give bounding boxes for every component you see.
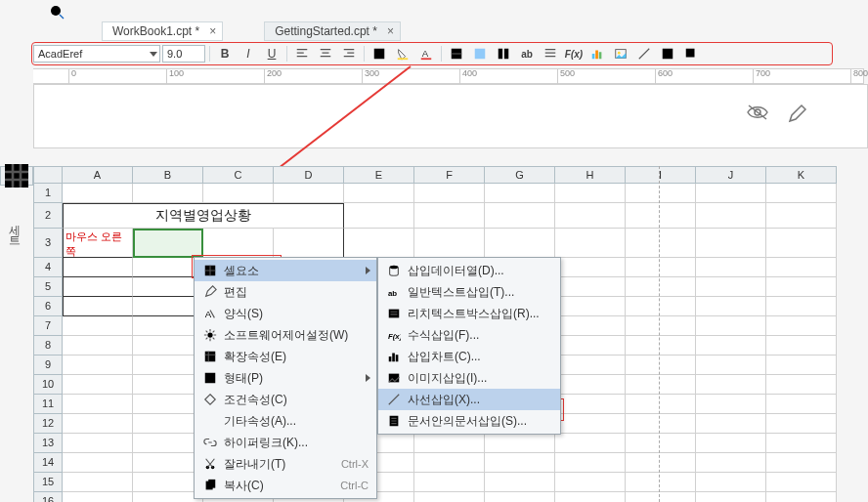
cell[interactable]	[63, 277, 133, 297]
cell[interactable]	[555, 316, 626, 336]
cell[interactable]	[555, 434, 626, 453]
cell[interactable]	[63, 316, 133, 336]
tab-workbook1[interactable]: WorkBook1.cpt * ×	[102, 21, 223, 41]
cell[interactable]	[696, 356, 766, 375]
visibility-icon[interactable]	[746, 103, 769, 125]
col-header[interactable]: J	[696, 166, 766, 184]
cell[interactable]	[626, 184, 696, 203]
col-header[interactable]: B	[133, 166, 203, 184]
row-header[interactable]: 10	[33, 375, 63, 395]
cell[interactable]	[766, 316, 837, 336]
cell[interactable]	[485, 492, 555, 502]
cell[interactable]	[63, 395, 133, 414]
row-header[interactable]: 12	[33, 414, 63, 434]
cell[interactable]	[766, 336, 837, 356]
split-button[interactable]	[493, 44, 514, 63]
cell[interactable]	[133, 184, 203, 203]
cell[interactable]	[626, 297, 696, 316]
cell[interactable]	[555, 375, 626, 395]
cell[interactable]	[555, 277, 626, 297]
sheet-corner[interactable]	[0, 166, 33, 186]
menu-item-소프트웨어제어설정W[interactable]: 소프트웨어제어설정(W)	[195, 324, 376, 346]
menu-item-이미지삽입I[interactable]: 이미지삽입(I)...	[378, 367, 560, 389]
col-header[interactable]: K	[766, 166, 837, 184]
menu-item-복사C[interactable]: 복사(C)Ctrl-C	[195, 475, 376, 496]
font-color-button[interactable]: A	[415, 44, 437, 63]
row-header[interactable]: 14	[33, 453, 63, 473]
cell[interactable]	[414, 184, 485, 203]
cell[interactable]	[696, 336, 766, 356]
font-size-select[interactable]: 9.0	[162, 45, 205, 63]
cell[interactable]	[696, 316, 766, 336]
tab-gettingstarted[interactable]: GettingStarted.cpt * ×	[264, 21, 401, 41]
row-header[interactable]: 16	[33, 492, 63, 502]
cell[interactable]	[63, 375, 133, 395]
cell[interactable]	[696, 277, 766, 297]
menu-item-기타속성A[interactable]: 기타속성(A)...	[195, 410, 376, 432]
row-header[interactable]: 13	[33, 434, 63, 453]
cell[interactable]	[766, 297, 837, 316]
cell[interactable]: 마우스 오른쪽 버튼클릭	[63, 229, 133, 258]
col-header[interactable]: C	[203, 166, 274, 184]
cell[interactable]	[696, 375, 766, 395]
col-header[interactable]: F	[414, 166, 485, 184]
cell[interactable]	[766, 184, 837, 203]
cell[interactable]	[626, 414, 696, 434]
fill-color-button[interactable]	[392, 44, 413, 63]
cell[interactable]	[274, 184, 344, 203]
cell[interactable]	[766, 203, 837, 229]
select-all-corner[interactable]	[33, 166, 63, 184]
cell[interactable]	[626, 453, 696, 473]
cell[interactable]	[766, 356, 837, 375]
cell[interactable]	[696, 492, 766, 502]
underline-button[interactable]: U	[261, 44, 282, 63]
cell[interactable]	[766, 473, 837, 492]
cell[interactable]	[626, 316, 696, 336]
menu-item-형태P[interactable]: 형태(P)	[195, 367, 376, 389]
menu-item-수식삽입F[interactable]: F(x)수식삽입(F)...	[378, 324, 560, 346]
cell[interactable]	[766, 258, 837, 277]
italic-button[interactable]: I	[238, 44, 259, 63]
cell[interactable]	[344, 229, 414, 258]
menu-item-조건속성C[interactable]: 조건속성(C)	[195, 389, 376, 410]
col-header[interactable]: I	[626, 166, 696, 184]
col-header[interactable]: E	[344, 166, 414, 184]
cell[interactable]	[63, 434, 133, 453]
cell[interactable]	[274, 229, 344, 258]
cell[interactable]	[766, 375, 837, 395]
cell[interactable]	[63, 356, 133, 375]
col-header[interactable]: D	[274, 166, 344, 184]
cell[interactable]	[63, 184, 133, 203]
cell[interactable]	[626, 229, 696, 258]
fx-button[interactable]: F(x)	[563, 44, 585, 63]
image-button[interactable]	[610, 44, 631, 63]
cell[interactable]	[485, 453, 555, 473]
cell[interactable]	[626, 336, 696, 356]
col-header[interactable]: A	[63, 166, 133, 184]
cell[interactable]	[344, 203, 414, 229]
pencil-icon[interactable]	[787, 103, 808, 127]
cell[interactable]	[414, 453, 485, 473]
menu-item-리치텍스트박스삽입R[interactable]: 리치텍스트박스삽입(R)...	[378, 303, 560, 324]
selected-cell[interactable]	[133, 229, 203, 258]
cell[interactable]	[555, 184, 626, 203]
chart-button[interactable]	[586, 44, 608, 63]
row-header[interactable]: 4	[33, 258, 63, 277]
align-center-button[interactable]	[315, 44, 336, 63]
menu-item-확장속성E[interactable]: 확장속성(E)	[195, 346, 376, 367]
cell[interactable]	[555, 492, 626, 502]
cell[interactable]	[485, 184, 555, 203]
row-header[interactable]: 3	[33, 229, 63, 258]
cell[interactable]	[344, 184, 414, 203]
menu-item-사선삽입X[interactable]: 사선삽입(X)...	[378, 389, 560, 410]
cell[interactable]	[63, 492, 133, 502]
align-button[interactable]	[540, 44, 561, 63]
menu-item-셀요소[interactable]: 셀요소	[195, 260, 376, 281]
close-icon[interactable]: ×	[387, 24, 394, 38]
cell[interactable]	[555, 395, 626, 414]
row-header[interactable]: 8	[33, 336, 63, 356]
cell[interactable]	[766, 395, 837, 414]
merge-button[interactable]	[446, 44, 467, 63]
cell[interactable]	[555, 297, 626, 316]
cell[interactable]	[626, 203, 696, 229]
